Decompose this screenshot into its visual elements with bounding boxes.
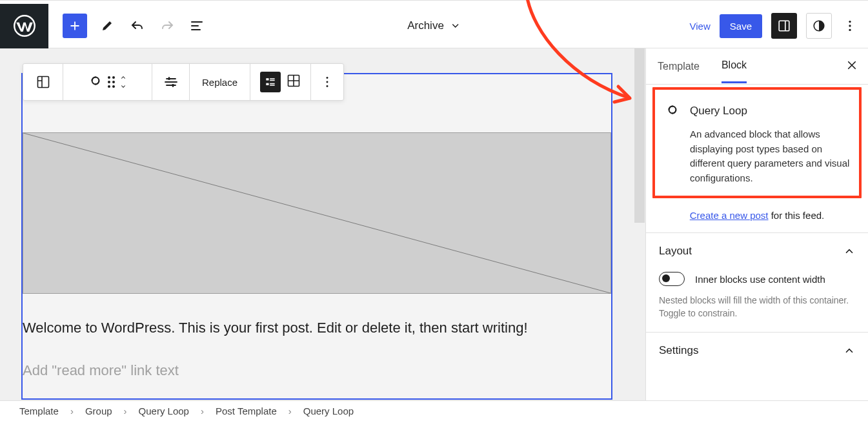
- settings-panel: Settings: [646, 333, 868, 362]
- svg-rect-7: [37, 77, 48, 88]
- edit-tool-icon[interactable]: [99, 17, 117, 35]
- grid-layout-icon[interactable]: [286, 73, 301, 91]
- svg-line-6: [23, 133, 611, 293]
- styles-toggle[interactable]: [806, 13, 832, 39]
- settings-title: Settings: [659, 344, 698, 357]
- svg-rect-1: [779, 21, 789, 31]
- align-settings-icon[interactable]: [152, 64, 190, 100]
- breadcrumb-item[interactable]: Query Loop: [303, 406, 354, 416]
- add-block-button[interactable]: [63, 14, 87, 38]
- save-button[interactable]: Save: [720, 14, 762, 38]
- list-view-icon[interactable]: [188, 17, 206, 35]
- replace-button[interactable]: Replace: [190, 64, 250, 100]
- wordpress-logo[interactable]: [0, 4, 48, 48]
- layout-panel: Layout Inner blocks use content width Ne…: [646, 233, 868, 333]
- drag-handle-icon[interactable]: [108, 76, 115, 88]
- chevron-up-icon: [843, 345, 855, 356]
- block-description: An advanced block that allows displaying…: [664, 127, 850, 185]
- sidebar-tabs: Template Block: [646, 48, 868, 85]
- editor-topbar: Archive View Save: [0, 4, 868, 48]
- block-toolbar: Replace: [23, 63, 344, 101]
- breadcrumb-item[interactable]: Template: [19, 406, 59, 416]
- create-post-link[interactable]: Create a new post: [690, 210, 769, 221]
- svg-rect-11: [266, 83, 268, 85]
- svg-point-4: [849, 25, 851, 26]
- redo-icon: [158, 17, 176, 35]
- create-post-suffix: for this feed.: [769, 210, 825, 221]
- svg-point-8: [168, 77, 170, 80]
- settings-sidebar: Template Block Query Loop An advanced bl…: [645, 48, 868, 400]
- query-loop-icon: [664, 101, 681, 121]
- list-layout-icon[interactable]: [260, 72, 281, 92]
- tab-block[interactable]: Block: [722, 49, 747, 83]
- breadcrumb-item[interactable]: Post Template: [216, 406, 277, 416]
- parent-block-icon[interactable]: [23, 64, 63, 100]
- document-title-dropdown[interactable]: Archive: [407, 19, 461, 32]
- scrollbar[interactable]: [634, 48, 645, 223]
- svg-point-3: [849, 21, 851, 23]
- move-updown[interactable]: [119, 74, 128, 90]
- breadcrumb: Template › Group › Query Loop › Post Tem…: [0, 400, 868, 421]
- svg-point-15: [327, 85, 328, 87]
- chevron-down-icon: [450, 21, 461, 31]
- more-options-icon[interactable]: [841, 17, 859, 35]
- tab-template[interactable]: Template: [658, 50, 700, 83]
- close-sidebar-icon[interactable]: [846, 59, 858, 74]
- chevron-up-icon: [843, 245, 855, 257]
- breadcrumb-item[interactable]: Query Loop: [139, 406, 189, 416]
- content-width-label: Inner blocks use content width: [695, 274, 825, 285]
- query-loop-icon[interactable]: [87, 72, 104, 92]
- block-type-group: [63, 64, 152, 100]
- create-post-row: Create a new post for this feed.: [646, 198, 868, 233]
- document-title: Archive: [407, 19, 444, 32]
- display-layout-group: [250, 64, 311, 100]
- chevron-down-icon[interactable]: [119, 83, 128, 90]
- chevron-right-icon: ›: [288, 406, 292, 416]
- content-width-toggle[interactable]: [659, 272, 685, 286]
- breadcrumb-item[interactable]: Group: [85, 406, 112, 416]
- chevron-right-icon: ›: [124, 406, 127, 416]
- svg-rect-10: [266, 78, 268, 80]
- svg-point-13: [327, 77, 328, 79]
- chevron-up-icon[interactable]: [119, 74, 128, 81]
- settings-panel-toggle[interactable]: [771, 13, 797, 39]
- block-name: Query Loop: [690, 105, 747, 118]
- layout-title: Layout: [659, 245, 692, 258]
- block-info-panel: Query Loop An advanced block that allows…: [652, 87, 862, 198]
- svg-point-14: [327, 81, 328, 83]
- block-more-icon[interactable]: [311, 64, 343, 100]
- chevron-right-icon: ›: [201, 406, 204, 416]
- undo-icon[interactable]: [128, 17, 146, 35]
- layout-help-text: Nested blocks will fill the width of thi…: [659, 294, 855, 320]
- svg-point-9: [172, 84, 174, 87]
- settings-panel-toggle[interactable]: Settings: [659, 344, 855, 357]
- read-more-placeholder[interactable]: Add "read more" link text: [23, 362, 179, 379]
- view-link[interactable]: View: [690, 21, 711, 32]
- featured-image-placeholder[interactable]: [23, 132, 611, 294]
- post-excerpt[interactable]: Welcome to WordPress. This is your first…: [23, 320, 528, 336]
- layout-panel-toggle[interactable]: Layout: [659, 245, 855, 258]
- svg-point-5: [849, 29, 851, 31]
- chevron-right-icon: ›: [70, 406, 74, 416]
